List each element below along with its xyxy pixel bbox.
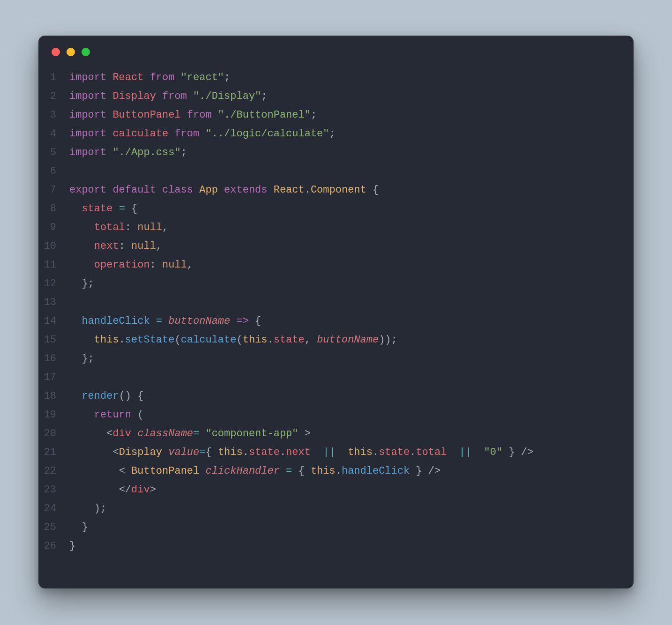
code-line[interactable]: 23 </div> — [41, 481, 620, 499]
line-number: 10 — [41, 237, 69, 256]
code-line[interactable]: 15 this.setState(calculate(this.state, b… — [41, 331, 620, 350]
token — [131, 222, 137, 233]
token: extends — [224, 184, 267, 196]
line-text[interactable]: import React from "react"; — [69, 68, 230, 87]
line-text[interactable]: }; — [69, 350, 94, 368]
line-number: 20 — [41, 424, 69, 443]
token — [230, 315, 236, 327]
code-line[interactable]: 9 total: null, — [41, 218, 620, 237]
code-line[interactable]: 17 — [41, 368, 620, 387]
code-line[interactable]: 22 < ButtonPanel clickHandler = { this.h… — [41, 462, 620, 481]
line-text[interactable] — [69, 162, 75, 181]
code-line[interactable]: 3import ButtonPanel from "./ButtonPanel"… — [41, 106, 620, 125]
window-titlebar — [38, 36, 634, 61]
code-editor[interactable]: 1import React from "react";2import Displ… — [38, 61, 634, 569]
line-text[interactable]: export default class App extends React.C… — [69, 181, 379, 200]
code-window: 1import React from "react";2import Displ… — [38, 36, 634, 588]
token — [131, 428, 137, 439]
line-text[interactable]: </div> — [69, 481, 156, 499]
token: } — [69, 540, 75, 552]
token — [106, 128, 112, 140]
line-text[interactable]: }; — [69, 275, 94, 293]
token: state — [274, 334, 305, 346]
token: React — [274, 184, 305, 196]
line-text[interactable]: total: null, — [69, 218, 168, 237]
line-text[interactable]: return ( — [69, 406, 143, 424]
code-line[interactable]: 26} — [41, 537, 620, 556]
token: default — [112, 184, 156, 196]
line-text[interactable]: <Display value={ this.state.next || this… — [69, 443, 533, 462]
token: } /> — [410, 465, 441, 477]
code-line[interactable]: 5import "./App.css"; — [41, 143, 620, 162]
token — [69, 297, 75, 308]
code-line[interactable]: 19 return ( — [41, 406, 620, 424]
code-line[interactable]: 21 <Display value={ this.state.next || t… — [41, 443, 620, 462]
code-line[interactable]: 2import Display from "./Display"; — [41, 87, 620, 106]
token: , — [187, 259, 193, 271]
code-line[interactable]: 4import calculate from "../logic/calcula… — [41, 125, 620, 143]
token: => — [236, 315, 248, 327]
code-line[interactable]: 16 }; — [41, 350, 620, 368]
token: ; — [224, 72, 230, 83]
code-line[interactable]: 20 <div className= "component-app" > — [41, 424, 620, 443]
line-text[interactable]: render() { — [69, 387, 143, 406]
zoom-icon[interactable] — [82, 48, 90, 56]
code-line[interactable]: 14 handleClick = buttonName => { — [41, 312, 620, 331]
token: this — [311, 465, 336, 477]
token — [69, 428, 106, 439]
line-text[interactable]: import ButtonPanel from "./ButtonPanel"; — [69, 106, 317, 125]
line-text[interactable]: ); — [69, 499, 106, 518]
code-line[interactable]: 18 render() { — [41, 387, 620, 406]
code-line[interactable]: 10 next: null, — [41, 237, 620, 256]
token: "./Display" — [193, 90, 261, 102]
line-text[interactable]: <div className= "component-app" > — [69, 424, 311, 443]
token — [447, 446, 459, 458]
token: < — [119, 465, 131, 477]
token: return — [94, 409, 131, 421]
token: </ — [119, 484, 131, 496]
token: from — [150, 72, 175, 83]
line-text[interactable]: import Display from "./Display"; — [69, 87, 268, 106]
line-text[interactable] — [69, 368, 75, 387]
code-line[interactable]: 13 — [41, 293, 620, 312]
code-line[interactable]: 24 ); — [41, 499, 620, 518]
code-line[interactable]: 1import React from "react"; — [41, 68, 620, 87]
line-text[interactable]: next: null, — [69, 237, 162, 256]
line-number: 26 — [41, 537, 69, 556]
token — [69, 503, 94, 514]
line-text[interactable]: handleClick = buttonName => { — [69, 312, 261, 331]
line-text[interactable]: } — [69, 518, 88, 537]
token: , — [156, 240, 162, 252]
token — [193, 184, 199, 196]
line-number: 13 — [41, 293, 69, 312]
token — [336, 446, 348, 458]
code-line[interactable]: 7export default class App extends React.… — [41, 181, 620, 200]
line-text[interactable]: import calculate from "../logic/calculat… — [69, 125, 336, 143]
token: operation — [94, 259, 150, 271]
token — [69, 165, 75, 177]
line-text[interactable]: < ButtonPanel clickHandler = { this.hand… — [69, 462, 441, 481]
token: Display — [119, 446, 162, 458]
code-line[interactable]: 12 }; — [41, 275, 620, 293]
token: : — [150, 259, 156, 271]
line-text[interactable]: state = { — [69, 200, 137, 218]
line-text[interactable]: import "./App.css"; — [69, 143, 187, 162]
minimize-icon[interactable] — [67, 48, 75, 56]
token: Display — [112, 90, 156, 102]
line-text[interactable]: operation: null, — [69, 256, 193, 275]
close-icon[interactable] — [52, 48, 60, 56]
token: setState — [125, 334, 175, 346]
line-text[interactable] — [69, 293, 75, 312]
token: import — [69, 109, 106, 121]
token: }; — [82, 278, 94, 290]
code-line[interactable]: 11 operation: null, — [41, 256, 620, 275]
code-line[interactable]: 25 } — [41, 518, 620, 537]
token: : — [119, 240, 125, 252]
token: from — [174, 128, 199, 140]
line-number: 12 — [41, 275, 69, 293]
code-line[interactable]: 6 — [41, 162, 620, 181]
token — [69, 484, 119, 496]
code-line[interactable]: 8 state = { — [41, 200, 620, 218]
line-text[interactable]: this.setState(calculate(this.state, butt… — [69, 331, 397, 350]
line-text[interactable]: } — [69, 537, 75, 556]
